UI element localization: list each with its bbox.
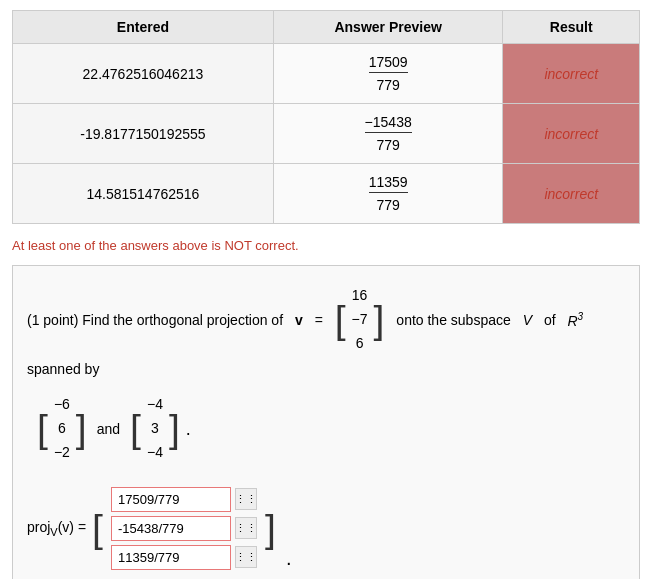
answer-row-2: ⋮⋮ [111,516,257,541]
v-cell-1: 16 [352,284,368,308]
v-matrix-col: 16 −7 6 [346,282,374,357]
v-cell-2: −7 [352,308,368,332]
bracket-left-vec1: [ [37,412,48,445]
denominator-1: 779 [369,75,408,93]
answer-row-1: ⋮⋮ [111,487,257,512]
eq-label: = [315,312,323,328]
numerator-3: 11359 [369,174,408,193]
vec2-cell-2: 3 [151,417,159,441]
result-badge-2: incorrect [503,104,640,164]
spanned-text: spanned by [27,361,99,377]
col-header-result: Result [503,11,640,44]
answer-input-2[interactable] [111,516,231,541]
answer-row-3: ⋮⋮ [111,545,257,570]
bracket-right-vec2: ] [169,412,180,445]
grid-icon-2[interactable]: ⋮⋮ [235,517,257,539]
table-row: -19.8177150192555 −15438 779 incorrect [13,104,640,164]
answer-input-1[interactable] [111,487,231,512]
v-cell-3: 6 [356,332,364,356]
col-header-entered: Entered [13,11,274,44]
onto-text: onto the subspace [396,312,510,328]
vec1-cell-3: −2 [54,441,70,465]
of-text: of [544,312,556,328]
result-badge-3: incorrect [503,164,640,224]
denominator-2: 779 [365,135,412,153]
v-label: v [295,312,303,328]
grid-icon-3[interactable]: ⋮⋮ [235,546,257,568]
vec2-cell-1: −4 [147,393,163,417]
proj-label: projV(v) = [27,519,86,538]
preview-fraction-3: 11359 779 [273,164,503,224]
trailing-period: . [286,547,292,576]
col-header-preview: Answer Preview [273,11,503,44]
vectors-row: [ −6 6 −2 ] and [ −4 3 −4 ] . [37,391,625,466]
entered-value-3: 14.581514762516 [13,164,274,224]
vec2-cell-3: −4 [147,441,163,465]
bracket-right-vec1: ] [76,412,87,445]
bracket-right-v: ] [374,303,385,336]
proj-section: projV(v) = [ ⋮⋮ ⋮⋮ ⋮⋮ ] . [27,481,625,576]
bracket-left-v: [ [335,303,346,336]
denominator-3: 779 [369,195,408,213]
V-label: V [523,312,532,328]
vec1: [ −6 6 −2 ] [37,391,87,466]
R-label: R3 [567,311,583,329]
bracket-left-answer: [ [92,512,103,545]
vec1-col: −6 6 −2 [48,391,76,466]
result-badge-1: incorrect [503,44,640,104]
R-exponent: 3 [578,311,584,322]
preview-fraction-1: 17509 779 [273,44,503,104]
warning-message: At least one of the answers above is NOT… [0,234,652,261]
vec1-cell-2: 6 [58,417,66,441]
bracket-left-vec2: [ [130,412,141,445]
answer-col: ⋮⋮ ⋮⋮ ⋮⋮ [103,481,265,576]
numerator-2: −15438 [365,114,412,133]
vec2-col: −4 3 −4 [141,391,169,466]
table-row: 22.4762516046213 17509 779 incorrect [13,44,640,104]
entered-value-2: -19.8177150192555 [13,104,274,164]
answer-input-3[interactable] [111,545,231,570]
answer-matrix: [ ⋮⋮ ⋮⋮ ⋮⋮ ] [92,481,276,576]
bracket-right-answer: ] [265,512,276,545]
entered-value-1: 22.4762516046213 [13,44,274,104]
results-table-wrapper: Entered Answer Preview Result 22.4762516… [0,0,652,234]
v-vector: [ 16 −7 6 ] [335,282,385,357]
proj-sub: V [50,526,57,538]
problem-area: (1 point) Find the orthogonal projection… [12,265,640,579]
grid-icon-1[interactable]: ⋮⋮ [235,488,257,510]
vec1-cell-1: −6 [54,393,70,417]
results-table: Entered Answer Preview Result 22.4762516… [12,10,640,224]
numerator-1: 17509 [369,54,408,73]
problem-statement: (1 point) Find the orthogonal projection… [27,282,625,377]
period-after-vecs: . [186,419,191,440]
table-row: 14.581514762516 11359 779 incorrect [13,164,640,224]
problem-prefix: (1 point) Find the orthogonal projection… [27,309,283,331]
preview-fraction-2: −15438 779 [273,104,503,164]
vec2: [ −4 3 −4 ] [130,391,180,466]
and-text: and [97,421,120,437]
